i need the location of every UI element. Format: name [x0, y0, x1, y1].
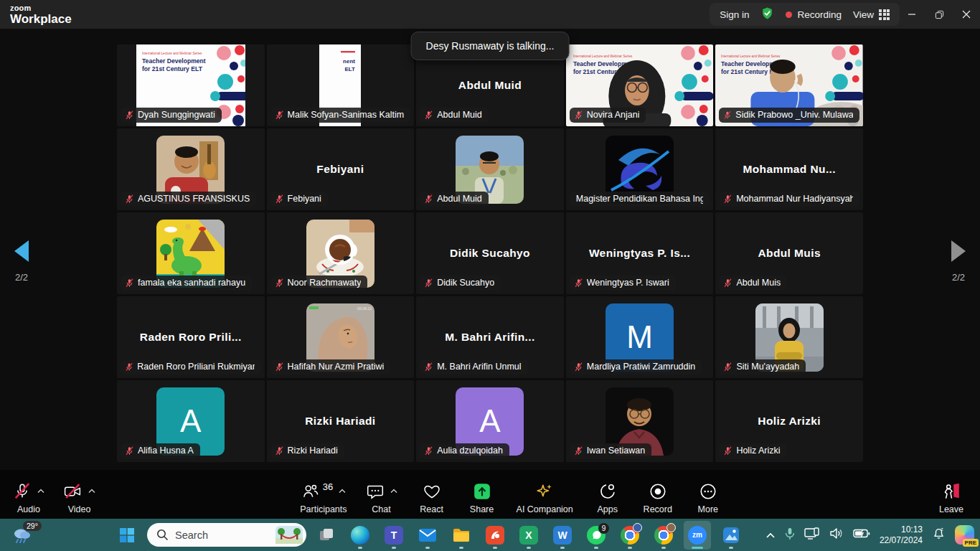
share-button[interactable]: Share: [466, 475, 498, 514]
participant-tile[interactable]: A Alifia Husna A: [117, 380, 265, 462]
minimize-button[interactable]: [898, 0, 925, 29]
participant-tile[interactable]: Abdul Muis Abdul Muis: [715, 212, 863, 294]
security-shield-icon[interactable]: [760, 6, 774, 23]
participant-nameplate: Didik Sucahyo: [420, 276, 501, 291]
file-explorer-app[interactable]: [448, 521, 475, 550]
participant-tile[interactable]: Holiz Arizki Holiz Arizki: [715, 380, 863, 462]
zoom-app[interactable]: zm: [684, 521, 711, 550]
view-button[interactable]: View: [853, 9, 890, 20]
participant-nameplate: Abdul Muis: [719, 276, 787, 291]
participant-name: Febiyani: [288, 194, 321, 204]
participant-tile[interactable]: nent ELT Malik Sofyan-Sanimas Kaltim: [267, 44, 415, 126]
participant-name: Mardliya Pratiwi Zamruddin: [587, 362, 695, 372]
copilot-icon[interactable]: PRE: [955, 525, 974, 545]
search-daily-image: [275, 526, 303, 544]
participant-tile[interactable]: International Lecture and Webinar Series…: [117, 44, 265, 126]
start-button[interactable]: [113, 521, 141, 550]
teams-app[interactable]: T: [380, 521, 407, 550]
notification-bell-icon[interactable]: z: [932, 527, 946, 543]
participant-nameplate: Abdul Muid: [420, 108, 489, 123]
zoom-app-icon: zm: [688, 526, 707, 545]
tray-volume-icon[interactable]: [829, 527, 844, 542]
participant-tile[interactable]: AGUSTINUS FRANSISKUS: [117, 128, 265, 210]
participant-tile[interactable]: Mohammad Nu... Mohammad Nur Hadiyansyah: [715, 128, 863, 210]
excel-app[interactable]: X: [515, 521, 542, 550]
participant-tile[interactable]: Weningtyas P. Is... Weningtyas P. Iswari: [566, 212, 714, 294]
chrome-avatar-badge: [666, 523, 676, 532]
edge-app[interactable]: [347, 521, 374, 550]
participant-tile[interactable]: Raden Roro Prili... Raden Roro Priliani …: [117, 296, 265, 378]
svg-text:International Lecture and Webi: International Lecture and Webinar Series: [721, 55, 781, 58]
windows-start-icon: [118, 527, 136, 544]
more-label: More: [698, 504, 718, 514]
restore-button[interactable]: [925, 0, 953, 29]
gallery-prev-page[interactable]: 2/2: [6, 240, 37, 283]
muted-mic-icon: [574, 278, 583, 288]
participant-tile[interactable]: International Lecture and Webinar Series…: [566, 44, 714, 126]
recording-dot-icon: [786, 11, 792, 18]
audio-button[interactable]: Audio: [13, 475, 44, 514]
participant-tile[interactable]: International Lecture and Webinar Series…: [715, 44, 863, 126]
mail-app[interactable]: [414, 521, 441, 550]
leave-button[interactable]: Leave: [936, 475, 967, 514]
record-button[interactable]: Record: [642, 475, 674, 514]
participant-tile[interactable]: A Aulia dzulqoidah: [416, 380, 564, 462]
svg-text:z: z: [941, 527, 943, 532]
tray-chevron-icon[interactable]: [765, 529, 776, 542]
chat-button[interactable]: Chat: [366, 475, 397, 514]
participant-tile[interactable]: Didik Sucahyo Didik Sucahyo: [416, 212, 564, 294]
tray-mic-icon[interactable]: [785, 527, 795, 543]
chrome-app[interactable]: [616, 521, 644, 550]
share-screen-icon: [473, 481, 491, 501]
audio-options-caret[interactable]: [37, 489, 44, 494]
participant-tile[interactable]: famala eka sanhadi rahayu: [117, 212, 265, 294]
muted-mic-icon: [125, 110, 134, 120]
chat-caret[interactable]: [390, 489, 397, 494]
participant-tile[interactable]: M Mardliya Pratiwi Zamruddin: [566, 296, 714, 378]
participant-tile[interactable]: Siti Mu'ayyadah: [715, 296, 863, 378]
weather-widget[interactable]: 29°: [11, 526, 33, 545]
react-button[interactable]: React: [416, 475, 448, 514]
pdf-editor-app[interactable]: [481, 521, 509, 550]
muted-mic-icon: [424, 278, 433, 288]
more-button[interactable]: More: [692, 475, 724, 514]
participant-tile[interactable]: -00:06:23 REC Hafifah Nur Azmi Pratiwi: [267, 296, 415, 378]
muted-mic-icon: [125, 278, 134, 288]
participants-caret[interactable]: [339, 489, 346, 494]
participant-name: Magister Pendidikan Bahasa Ing...: [576, 194, 704, 204]
participant-tile[interactable]: Rizki Hariadi Rizki Hariadi: [267, 380, 415, 462]
participant-tile[interactable]: Noor Rachmawaty: [267, 212, 415, 294]
participant-tile[interactable]: M. Bahri Arifin... M. Bahri Arifin Unmul: [416, 296, 564, 378]
apps-button[interactable]: Apps: [592, 475, 623, 514]
participant-tile[interactable]: Febiyani Febiyani: [267, 128, 415, 210]
tray-date: 22/07/2024: [880, 535, 923, 546]
photos-app[interactable]: [717, 521, 745, 550]
sign-in-button[interactable]: Sign in: [720, 9, 749, 20]
heart-icon: [423, 481, 441, 501]
task-view-button[interactable]: [313, 521, 340, 550]
chrome-profile2-app[interactable]: [650, 521, 677, 550]
video-button[interactable]: Video: [63, 475, 95, 514]
search-box[interactable]: Search: [147, 523, 306, 547]
video-options-caret[interactable]: [88, 489, 95, 494]
mic-muted-icon: [13, 481, 32, 501]
participant-name: Abdul Muis: [736, 278, 781, 288]
participant-tile[interactable]: Magister Pendidikan Bahasa Ing...: [566, 128, 714, 210]
word-app[interactable]: W: [549, 521, 576, 550]
svg-text:for 21st Century ELT: for 21st Century ELT: [142, 65, 203, 72]
close-button[interactable]: [953, 0, 980, 29]
tray-clock[interactable]: 10:13 22/07/2024: [880, 524, 923, 546]
ai-companion-button[interactable]: AI Companion: [517, 475, 573, 514]
participant-display-name: Didik Sucahyo: [446, 247, 534, 260]
audio-label: Audio: [17, 504, 40, 514]
gallery-next-page[interactable]: 2/2: [943, 240, 974, 283]
tray-battery-icon[interactable]: [853, 528, 870, 542]
participant-tile[interactable]: Iwan Setiawan: [566, 380, 714, 462]
whatsapp-app[interactable]: 9: [583, 521, 610, 550]
participant-tile[interactable]: Abdul Muid: [416, 128, 564, 210]
copilot-pre-badge: PRE: [963, 539, 979, 547]
participant-nameplate: Mardliya Pratiwi Zamruddin: [570, 359, 702, 375]
participants-button[interactable]: 36 Participants: [300, 475, 347, 514]
mail-icon: [418, 526, 437, 545]
tray-cast-icon[interactable]: [804, 527, 820, 543]
